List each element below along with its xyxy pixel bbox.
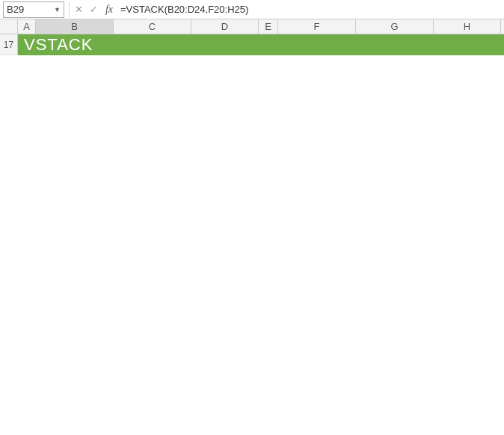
confirm-icon[interactable]: ✓: [86, 4, 101, 15]
column-header[interactable]: H: [434, 19, 501, 34]
banner-title: VSTACK: [18, 34, 504, 55]
column-header[interactable]: B: [36, 19, 114, 34]
column-header[interactable]: G: [356, 19, 434, 34]
cancel-icon[interactable]: ✕: [71, 4, 86, 15]
formula-bar: B29 ▼ ✕ ✓ fx =VSTACK(B20:D24,F20:H25): [0, 0, 504, 19]
grid: VSTACK Name Region Revenue Fox ClancyNor…: [18, 34, 504, 55]
column-header[interactable]: F: [278, 19, 356, 34]
name-box[interactable]: B29 ▼: [3, 1, 64, 18]
row-headers: 1718192021222324252627282930313233343536…: [0, 34, 18, 55]
chevron-down-icon[interactable]: ▼: [54, 6, 61, 13]
column-header[interactable]: D: [191, 19, 259, 34]
column-header[interactable]: C: [114, 19, 191, 34]
row-header[interactable]: 17: [0, 34, 18, 55]
column-header[interactable]: E: [259, 19, 278, 34]
column-headers: ABCDEFGH: [18, 19, 504, 34]
name-box-value: B29: [7, 4, 24, 15]
divider: [69, 1, 70, 18]
formula-input[interactable]: =VSTACK(B20:D24,F20:H25): [117, 4, 504, 15]
select-all-corner[interactable]: [0, 19, 18, 34]
column-header[interactable]: A: [18, 19, 36, 34]
fx-icon[interactable]: fx: [101, 4, 117, 16]
worksheet: ABCDEFGH 1718192021222324252627282930313…: [0, 19, 504, 55]
